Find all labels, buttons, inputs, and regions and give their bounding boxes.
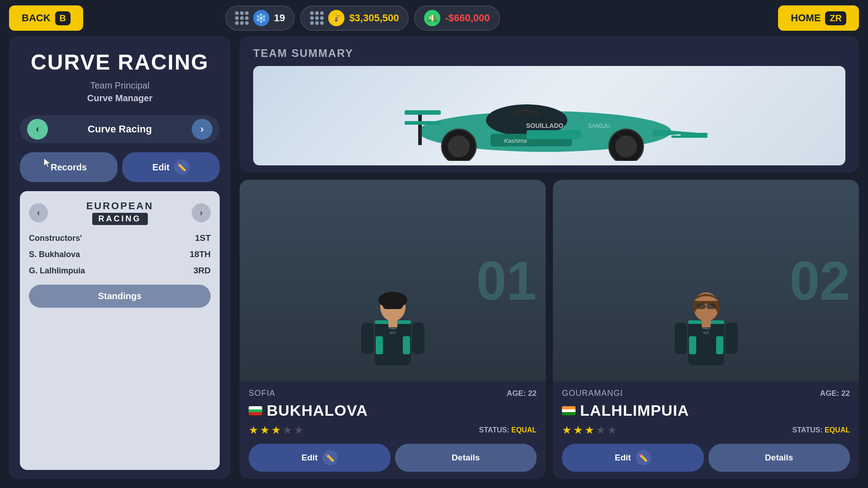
main-layout: CURVE RACING Team Principal Curve Manage… [0,36,868,488]
records-button[interactable]: Records [20,152,118,182]
driver-first-2: GOURAMANGI [562,389,623,398]
league-logo: EUROPEAN RACING [86,200,154,225]
dots-icon-2 [310,11,324,25]
standings-panel: ‹ EUROPEAN RACING › Constructors' 1ST S.… [20,191,220,470]
team-nav: ‹ Curve Racing › [20,115,220,143]
star-2-1: ★ [562,424,572,436]
status-label-1: STATUS: [479,426,509,434]
pencil-icon: ✏️ [174,160,189,175]
snowflake-icon: ❄️ [253,10,269,26]
standings-next[interactable]: › [192,203,211,222]
driver-name-row-2: GOURAMANGI AGE: 22 [562,389,850,398]
star-1-1: ★ [249,424,259,436]
star-1-2: ★ [260,424,270,436]
star-1-4: ★ [283,424,292,436]
svg-point-11 [615,136,637,157]
flag-bg-icon [249,406,262,415]
driver-last-1: BUKHALOVA [267,402,368,419]
svg-rect-22 [376,336,383,354]
svg-text:XCT: XCT [390,331,396,334]
star-2-5: ★ [607,424,617,436]
car-banner: SOUILLADO SANGJU Kashima [253,66,845,165]
driver-last-2: LALHLIMPUIA [580,402,689,419]
stat-pill-3: 💵 -$660,000 [414,5,500,31]
driver-edit-label-1: Edit [302,453,318,463]
svg-rect-36 [716,336,723,354]
team-name: CURVE RACING [20,50,220,75]
driver-name-row-1: SOFIA AGE: 22 [249,389,537,398]
home-button[interactable]: HOME ZR [778,5,859,31]
drivers-row: 01 [240,180,859,479]
status-label-2: STATUS: [793,426,823,434]
top-stats: ❄️ 19 💰 $3,305,500 💵 -$660,000 [225,5,500,31]
driver-bottom-2: ★ ★ ★ ★ ★ STATUS: EQUAL [562,424,850,436]
driver-edit-button-2[interactable]: Edit ✏️ [562,444,704,472]
svg-rect-24 [388,318,397,327]
back-button[interactable]: BACK B [9,5,83,31]
driver-portrait-1: 01 [240,180,546,381]
star-2-4: ★ [596,424,606,436]
driver-last-row-1: BUKHALOVA [249,402,537,419]
standings-nav: ‹ EUROPEAN RACING › [29,200,211,225]
principal-title: Team Principal [20,79,220,92]
driver-edit-button-1[interactable]: Edit ✏️ [249,444,391,472]
driver-actions-2: Edit ✏️ Details [553,444,859,479]
svg-rect-39 [725,323,738,354]
top-bar: BACK B ❄️ 19 💰 $3,305,500 💵 - [0,0,868,36]
home-label: HOME [791,12,821,24]
svg-rect-31 [707,304,716,309]
league-name-bottom: RACING [92,213,148,225]
standings-label-0: Constructors' [29,234,82,243]
standings-pos-2: 3RD [193,266,211,276]
svg-rect-25 [361,323,374,354]
svg-rect-38 [675,323,687,354]
standings-label-1: S. Bukhalova [29,250,80,259]
team-nav-next[interactable]: › [192,119,212,140]
driver-info-1: SOFIA AGE: 22 BUKHALOVA ★ ★ ★ ★ ★ [240,381,546,444]
driver-details-button-2[interactable]: Details [708,444,850,472]
league-name-top: EUROPEAN [86,200,154,212]
back-label: BACK [22,12,51,24]
svg-rect-26 [412,323,425,354]
driver-status-1: STATUS: EQUAL [479,426,537,434]
svg-rect-6 [680,133,708,136]
svg-rect-13 [527,130,581,139]
svg-rect-23 [403,336,410,354]
driver-bottom-1: ★ ★ ★ ★ ★ STATUS: EQUAL [249,424,537,436]
driver-number-2: 02 [790,253,850,308]
svg-text:XCT: XCT [703,331,710,334]
standings-pos-1: 18TH [190,249,211,259]
svg-rect-37 [702,318,711,327]
driver-actions-1: Edit ✏️ Details [240,444,546,479]
standings-button[interactable]: Standings [29,285,211,308]
driver-age-1: AGE: 22 [507,389,537,398]
driver-first-1: SOFIA [249,389,275,398]
star-2-3: ★ [585,424,594,436]
driver-card-2: 02 [553,180,859,479]
coin-icon: 💰 [328,10,344,26]
driver-edit-label-2: Edit [615,453,631,463]
team-nav-label: Curve Racing [52,123,187,135]
driver-edit-pencil-2: ✏️ [636,450,651,465]
driver-stars-2: ★ ★ ★ ★ ★ [562,424,617,436]
team-summary-section: TEAM SUMMARY [240,36,859,173]
driver-card-1: 01 [240,180,546,479]
driver-figure-1: PAG XCT [348,291,438,381]
svg-rect-30 [697,304,706,309]
driver-age-2: AGE: 22 [820,389,850,398]
edit-label: Edit [152,162,170,173]
svg-text:SOUILLADO: SOUILLADO [526,122,564,129]
stat-pill-1: ❄️ 19 [225,5,295,31]
standings-prev[interactable]: ‹ [29,203,48,222]
svg-rect-7 [671,136,708,138]
team-nav-prev[interactable]: ‹ [27,119,48,140]
edit-button[interactable]: Edit ✏️ [122,152,220,182]
star-1-5: ★ [294,424,304,436]
stat1-value: 19 [274,12,285,24]
action-row: Records Edit ✏️ [20,152,220,182]
standings-pos-0: 1ST [195,233,211,243]
svg-rect-5 [405,121,441,125]
driver-details-button-1[interactable]: Details [395,444,537,472]
standings-row-2: G. Lalhlimpuia 3RD [29,266,211,276]
car-svg: SOUILLADO SANGJU Kashima [355,70,744,161]
